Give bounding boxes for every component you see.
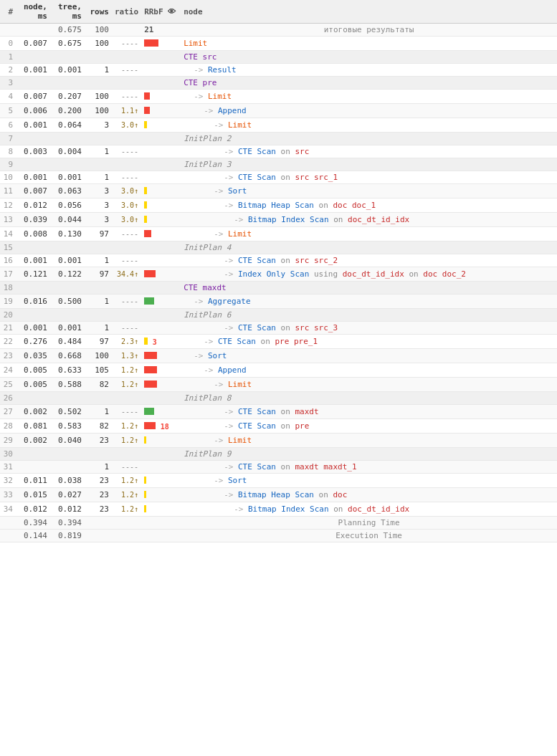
table-row: 14 0.008 0.130 97 ---- -> Limit (0, 227, 557, 241)
row-rows: 100 (85, 104, 112, 118)
row-num: 13 (0, 213, 16, 227)
row-node-ms (16, 77, 50, 90)
row-node: -> Index Only Scan using doc_dt_id_idx o… (181, 267, 557, 282)
row-rows: 1 (85, 461, 112, 474)
row-rows: 3 (85, 184, 112, 198)
row-ratio: 3.0↑ (112, 118, 141, 133)
row-node: CTE pre (181, 77, 557, 90)
row-node: -> Append (181, 363, 557, 378)
table-row: 18 CTE maxdt (0, 282, 557, 295)
row-node: -> CTE Scan on src src_3 (181, 322, 557, 335)
row-rrbf (141, 118, 181, 133)
row-num: 26 (0, 392, 16, 405)
table-row: 32 0.011 0.038 23 1.2↑ -> Sort (0, 474, 557, 488)
row-rows: 23 (85, 488, 112, 502)
table-row: 6 0.001 0.064 3 3.0↑ -> Limit (0, 118, 557, 133)
row-num: 23 (0, 349, 16, 363)
summary-label: итоговые результаты (181, 24, 557, 37)
row-tree-ms (50, 77, 85, 90)
row-num: 28 (0, 419, 16, 434)
table-row: 19 0.016 0.500 1 ---- -> Aggregate (0, 295, 557, 309)
row-node: -> Bitmap Heap Scan on doc (181, 488, 557, 502)
row-num: 8 (0, 145, 16, 158)
row-num: 0 (0, 37, 16, 51)
row-ratio: ---- (112, 254, 141, 267)
row-node-ms: 0.012 (16, 198, 50, 213)
row-tree-ms: 0.207 (50, 90, 85, 104)
row-rows: 1 (85, 254, 112, 267)
row-ratio: 34.4↑ (112, 267, 141, 282)
row-num: 4 (0, 90, 16, 104)
row-node: -> Aggregate (181, 295, 557, 309)
row-tree-ms: 0.500 (50, 295, 85, 309)
table-row: 26 InitPlan 8 (0, 392, 557, 405)
row-node-ms (16, 51, 50, 64)
row-num: 22 (0, 335, 16, 349)
row-node: -> Bitmap Index Scan on doc_dt_id_idx (181, 213, 557, 227)
table-row: 2 0.001 0.001 1 ---- -> Result (0, 64, 557, 77)
row-num: 17 (0, 267, 16, 282)
row-ratio: 1.2↑ (112, 474, 141, 488)
row-num: 6 (0, 118, 16, 133)
row-node-ms: 0.015 (16, 488, 50, 502)
row-node-ms: 0.011 (16, 474, 50, 488)
table-row: 11 0.007 0.063 3 3.0↑ -> Sort (0, 184, 557, 198)
row-rrbf (141, 241, 181, 254)
row-node-ms: 0.006 (16, 104, 50, 118)
row-rrbf (141, 254, 181, 267)
table-row: 3 CTE pre (0, 77, 557, 90)
row-node-ms: 0.003 (16, 145, 50, 158)
row-num: 21 (0, 322, 16, 335)
row-num: 10 (0, 171, 16, 184)
row-rows: 1 (85, 322, 112, 335)
row-rrbf (141, 90, 181, 104)
row-ratio: 1.2↑ (112, 378, 141, 392)
row-num: 3 (0, 77, 16, 90)
table-row: 31 1 ---- -> CTE Scan on maxdt maxdt_1 (0, 461, 557, 474)
row-node: InitPlan 6 (181, 309, 557, 322)
row-node: -> Limit (181, 118, 557, 133)
row-node: CTE maxdt (181, 282, 557, 295)
row-node-ms: 0.081 (16, 419, 50, 434)
row-rows (85, 448, 112, 461)
row-node-ms: 0.008 (16, 227, 50, 241)
row-node: InitPlan 8 (181, 392, 557, 405)
row-tree-ms (50, 461, 85, 474)
row-num: 19 (0, 295, 16, 309)
row-num: 16 (0, 254, 16, 267)
rrbf-value: 18 (161, 423, 169, 431)
table-row: 9 InitPlan 3 (0, 158, 557, 171)
row-ratio: 1.2↑ (112, 434, 141, 448)
row-node-ms: 0.007 (16, 184, 50, 198)
row-ratio: 1.2↑ (112, 419, 141, 434)
row-rrbf (141, 227, 181, 241)
row-ratio: ---- (112, 171, 141, 184)
row-ratio: ---- (112, 405, 141, 419)
row-node: Limit (181, 37, 557, 51)
row-tree-ms: 0.001 (50, 254, 85, 267)
row-node: -> Limit (181, 90, 557, 104)
summary-num (0, 24, 16, 37)
row-num: 1 (0, 51, 16, 64)
row-ratio (112, 158, 141, 171)
row-ratio (112, 133, 141, 145)
row-ratio: ---- (112, 90, 141, 104)
row-tree-ms: 0.502 (50, 405, 85, 419)
row-tree-ms (50, 158, 85, 171)
row-num: 5 (0, 104, 16, 118)
plan-rows: 0.675 100 21 итоговые результаты 0 0.007… (0, 24, 557, 542)
row-ratio: ---- (112, 322, 141, 335)
row-rows (85, 241, 112, 254)
row-ratio: ---- (112, 461, 141, 474)
row-num: 29 (0, 434, 16, 448)
row-tree-ms (50, 309, 85, 322)
row-rows: 100 (85, 37, 112, 51)
row-tree-ms: 0.056 (50, 198, 85, 213)
table-row: 15 InitPlan 4 (0, 241, 557, 254)
row-rows (85, 133, 112, 145)
row-ratio: 1.2↑ (112, 488, 141, 502)
row-rows: 1 (85, 171, 112, 184)
table-row: 8 0.003 0.004 1 ---- -> CTE Scan on src (0, 145, 557, 158)
table-row: 7 InitPlan 2 (0, 133, 557, 145)
row-ratio: ---- (112, 64, 141, 77)
